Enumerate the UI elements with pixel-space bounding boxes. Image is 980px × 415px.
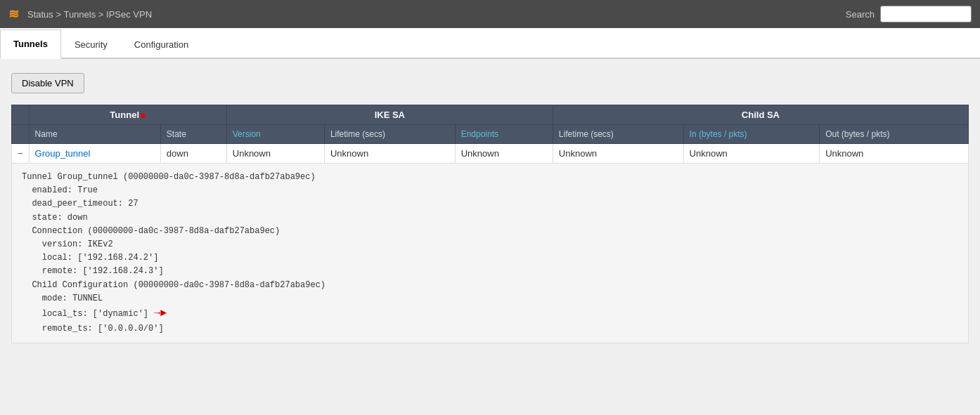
col-header-in-bytes: In (bytes / pkts)	[683, 125, 820, 144]
vpn-table: Tunnel IKE SA Child SA Name State Versio…	[11, 105, 969, 343]
tunnel-version-cell: Unknown	[226, 144, 324, 164]
col-header-ike-lifetime: Lifetime (secs)	[324, 125, 455, 144]
tab-security[interactable]: Security	[61, 29, 121, 59]
col-header-name: Name	[29, 125, 160, 144]
topbar-right: Search	[846, 6, 972, 22]
topbar: ≋ Status > Tunnels > IPSec VPN Search	[0, 0, 980, 28]
disable-vpn-button[interactable]: Disable VPN	[11, 73, 84, 93]
expand-subheader	[12, 125, 30, 144]
child-sa-group-header: Child SA	[553, 105, 968, 125]
endpoints-cell: Unknown	[455, 144, 553, 164]
expand-col-header	[12, 105, 30, 125]
tunnel-state-cell: down	[160, 144, 226, 164]
col-header-child-lifetime: Lifetime (secs)	[553, 125, 683, 144]
child-lifetime-cell: Unknown	[553, 144, 683, 164]
ike-lifetime-cell: Unknown	[324, 144, 455, 164]
table-col-header-row: Name State Version Lifetime (secs) Endpo…	[12, 125, 969, 144]
table-group-header-row: Tunnel IKE SA Child SA	[12, 105, 969, 125]
tab-configuration[interactable]: Configuration	[121, 29, 202, 59]
table-row: − Group_tunnel down Unknown Unknown Unkn…	[12, 144, 969, 164]
ike-sa-group-header: IKE SA	[226, 105, 553, 125]
breadcrumb: Status > Tunnels > IPSec VPN	[27, 9, 152, 20]
tunnel-group-header: Tunnel	[29, 105, 226, 125]
tab-tunnels[interactable]: Tunnels	[0, 29, 61, 59]
detail-cell: Tunnel Group_tunnel (00000000-da0c-3987-…	[12, 164, 969, 343]
out-bytes-cell: Unknown	[820, 144, 969, 164]
search-input[interactable]	[880, 6, 972, 22]
red-dot-indicator	[141, 113, 146, 118]
tunnel-name-link[interactable]: Group_tunnel	[35, 148, 91, 159]
tabs-bar: Tunnels Security Configuration	[0, 28, 980, 59]
row-expand-toggle[interactable]: −	[12, 144, 30, 164]
col-header-version: Version	[226, 125, 324, 144]
col-header-endpoints: Endpoints	[455, 125, 553, 144]
col-header-out-bytes: Out (bytes / pkts)	[820, 125, 969, 144]
search-label: Search	[846, 9, 875, 20]
main-content: Disable VPN Tunnel IKE SA Child SA Name …	[0, 59, 980, 357]
app-logo: ≋	[8, 6, 19, 22]
col-header-state: State	[160, 125, 226, 144]
in-bytes-cell: Unknown	[683, 144, 820, 164]
topbar-left: ≋ Status > Tunnels > IPSec VPN	[8, 6, 152, 22]
table-detail-row: Tunnel Group_tunnel (00000000-da0c-3987-…	[12, 164, 969, 343]
detail-text-block: Tunnel Group_tunnel (00000000-da0c-3987-…	[22, 171, 958, 336]
tunnel-name-cell: Group_tunnel	[29, 144, 160, 164]
